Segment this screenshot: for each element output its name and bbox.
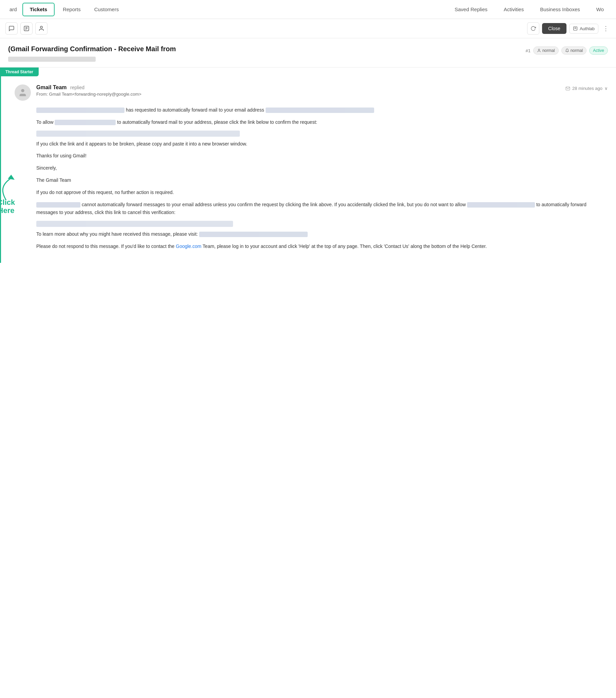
more-options-button[interactable]: ⋮ xyxy=(601,24,611,33)
nav-item-activities[interactable]: Activities xyxy=(497,0,531,19)
sender-name: Gmail Team xyxy=(36,84,67,90)
redacted-email-2 xyxy=(266,108,374,113)
svg-marker-9 xyxy=(8,174,15,180)
sender-replied: replied xyxy=(70,85,84,90)
redacted-link-2[interactable] xyxy=(36,221,233,227)
body-para-2: To allow to automatically forward mail t… xyxy=(36,118,608,126)
svg-point-8 xyxy=(538,49,540,51)
svg-point-4 xyxy=(40,26,42,28)
expand-chevron[interactable]: ∨ xyxy=(604,86,608,91)
message-sender: Gmail Team replied From: Gmail Team<forw… xyxy=(15,84,141,101)
badge-status: Active xyxy=(589,46,608,55)
avatar xyxy=(15,84,31,101)
sender-info: Gmail Team replied From: Gmail Team<forw… xyxy=(36,84,141,97)
redacted-email-4 xyxy=(36,202,80,208)
email-icon xyxy=(565,86,570,91)
ticket-subtitle: ████████████████████████████ xyxy=(8,57,608,62)
thread-starter-banner: Thread Starter xyxy=(0,68,39,76)
close-button[interactable]: Close xyxy=(542,23,566,34)
authlab-badge[interactable]: Authlab xyxy=(569,24,598,33)
sender-from: From: Gmail Team<forwarding-noreply@goog… xyxy=(36,92,141,97)
redacted-link-1[interactable] xyxy=(36,130,240,137)
click-here-annotation: ClickHere xyxy=(0,171,18,215)
body-para-9: To learn more about why you might have r… xyxy=(36,230,608,238)
svg-point-10 xyxy=(21,89,24,92)
message-time: 28 minutes ago ∨ xyxy=(565,86,608,91)
nav-item-tickets[interactable]: Tickets xyxy=(23,3,55,16)
nav-right: Saved Replies Activities Business Inboxe… xyxy=(448,0,611,19)
ticket-icon-button[interactable] xyxy=(20,23,32,34)
body-para-4: Thanks for using Gmail! xyxy=(36,152,608,160)
body-para-10: Please do not respond to this message. I… xyxy=(36,242,608,251)
ticket-number: #1 xyxy=(526,48,530,53)
nav-item-wo[interactable]: Wo xyxy=(590,0,611,19)
body-para-8: cannot automatically forward messages to… xyxy=(36,201,608,217)
body-para-1: has requested to automatically forward m… xyxy=(36,106,608,114)
body-para-3: If you click the link and it appears to … xyxy=(36,140,608,148)
authlab-label: Authlab xyxy=(580,26,594,31)
body-para-6: The Gmail Team xyxy=(36,176,608,184)
google-link[interactable]: Google.com xyxy=(176,243,201,249)
ticket-meta: #1 normal normal Active xyxy=(526,46,608,55)
click-here-text: ClickHere xyxy=(0,198,15,215)
nav-item-saved-replies[interactable]: Saved Replies xyxy=(448,0,494,19)
chat-icon-button[interactable] xyxy=(5,23,18,34)
redacted-email-3 xyxy=(55,120,116,125)
redacted-email-1 xyxy=(36,108,125,113)
person-icon-button[interactable] xyxy=(35,23,47,34)
message-body: has requested to automatically forward m… xyxy=(15,106,608,251)
nav-item-reports[interactable]: Reports xyxy=(56,0,87,19)
sender-from-email: Gmail Team<forwarding-noreply@google.com… xyxy=(49,92,141,97)
refresh-button[interactable] xyxy=(527,23,539,34)
message-container: ClickHere Gmail Team replied From: xyxy=(0,76,616,263)
badge-priority: normal xyxy=(533,46,559,55)
redacted-email-5 xyxy=(467,202,535,208)
ticket-title: (Gmail Forwarding Confirmation - Receive… xyxy=(8,45,239,53)
nav-item-ard[interactable]: ard xyxy=(5,6,21,12)
toolbar: Close Authlab ⋮ xyxy=(0,19,616,38)
nav-bar: ard Tickets Reports Customers Saved Repl… xyxy=(0,0,616,19)
ticket-header: (Gmail Forwarding Confirmation - Receive… xyxy=(0,38,616,68)
main-content: Thread Starter ClickHere Gmail Team xyxy=(0,68,616,698)
redacted-link-3 xyxy=(199,232,308,237)
nav-item-customers[interactable]: Customers xyxy=(87,0,126,19)
message-header: Gmail Team replied From: Gmail Team<forw… xyxy=(15,84,608,101)
body-para-5: Sincerely, xyxy=(36,164,608,172)
nav-item-business-inboxes[interactable]: Business Inboxes xyxy=(533,0,587,19)
body-line1-text: has requested to automatically forward m… xyxy=(126,107,374,113)
badge-type: normal xyxy=(561,46,587,55)
time-ago: 28 minutes ago xyxy=(572,86,602,91)
body-para-7: If you do not approve of this request, n… xyxy=(36,189,608,197)
